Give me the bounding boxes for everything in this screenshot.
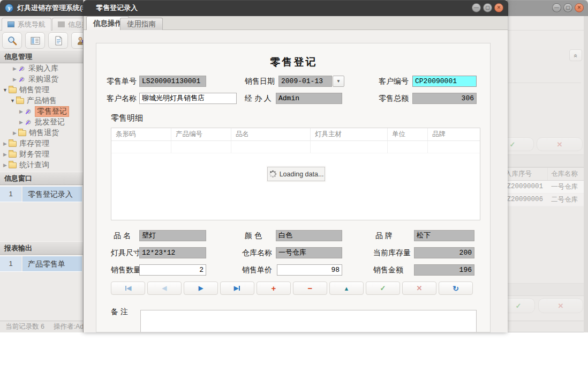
- main-maximize-button[interactable]: ▢: [563, 3, 572, 12]
- refresh-records-icon: ↻: [453, 284, 459, 293]
- divider: [507, 83, 581, 83]
- unit-price-label: 销售单价: [242, 264, 272, 276]
- collapsed-arrow-icon[interactable]: ▶: [11, 77, 18, 82]
- x-icon: ✕: [557, 140, 563, 149]
- dialog-maximize-button[interactable]: ▢: [483, 3, 492, 12]
- collapsed-arrow-icon[interactable]: ▶: [18, 120, 25, 125]
- nav-edit-button[interactable]: ▲: [329, 281, 364, 295]
- detail-view-button[interactable]: [25, 32, 45, 49]
- bg-confirm-button[interactable]: ✓: [507, 137, 534, 151]
- delete-record-icon: −: [308, 284, 313, 293]
- detail-section-label: 零售明细: [111, 113, 143, 123]
- report-row-product-retail-sheet[interactable]: 1 产品零售单: [0, 256, 82, 272]
- tree-item-inventory-management[interactable]: ▶ 库存管理: [2, 138, 49, 149]
- loading-text: Loading data...: [280, 171, 324, 178]
- folder-icon: [9, 141, 17, 147]
- remark-textarea[interactable]: [140, 310, 477, 332]
- search-button[interactable]: [2, 32, 22, 49]
- bg-confirm-button-2[interactable]: ✓: [507, 298, 535, 313]
- collapsed-arrow-icon[interactable]: ▶: [2, 141, 9, 146]
- unit-price-field[interactable]: 98: [277, 264, 342, 276]
- main-close-button[interactable]: ✕: [575, 3, 584, 12]
- column-header-product-no[interactable]: 产品编号: [171, 128, 231, 141]
- cancel-record-icon: ✕: [417, 284, 423, 292]
- bottom-band: [507, 321, 584, 332]
- document-button[interactable]: [48, 32, 68, 49]
- stock-label: 当前库存量: [373, 247, 411, 258]
- collapsed-arrow-icon[interactable]: ▶: [18, 109, 25, 114]
- tree-item-sales-return[interactable]: ▶ 销售退货: [11, 128, 59, 138]
- column-header-brand[interactable]: 品牌: [428, 128, 480, 141]
- bg-cancel-button-2[interactable]: ✕: [538, 298, 583, 313]
- loading-indicator: Loading data...: [267, 167, 325, 181]
- info-window-row-retail-entry[interactable]: 1 零售登记录入: [0, 186, 82, 202]
- tab-system-navigation[interactable]: 系统导航: [2, 18, 51, 31]
- nav-cancel-button[interactable]: ✕: [402, 281, 436, 295]
- nav-refresh-button[interactable]: ↻: [439, 281, 473, 295]
- tree-item-wholesale-register[interactable]: ▶ ⚙ 批发登记: [18, 117, 65, 128]
- dialog-close-button[interactable]: ✕: [494, 3, 503, 12]
- nav-next-button[interactable]: ▶: [184, 281, 218, 295]
- tree-item-statistics-query[interactable]: ▶ 统计查询: [2, 160, 49, 171]
- expanded-arrow-icon[interactable]: ▼: [2, 87, 9, 93]
- main-minimize-button[interactable]: —: [552, 3, 561, 12]
- empty-cell: [111, 141, 171, 153]
- sale-date-dropdown-button[interactable]: ▼: [333, 76, 344, 87]
- dialog-minimize-button[interactable]: —: [472, 3, 481, 12]
- tree-item-product-sales[interactable]: ▼ 产品销售: [9, 95, 57, 106]
- cell-warehouse: 一号仓库: [551, 181, 578, 193]
- collapsed-arrow-icon[interactable]: ▶: [2, 162, 9, 168]
- expanded-arrow-icon[interactable]: ▼: [9, 98, 16, 103]
- nav-first-button[interactable]: ◀: [111, 281, 145, 295]
- column-header-barcode[interactable]: 条形码: [111, 128, 171, 141]
- nav-last-button[interactable]: ▶: [220, 281, 254, 295]
- warehouse-label: 仓库名称: [242, 247, 272, 258]
- tree-item-purchase-in[interactable]: ▶ ⚙ 采购入库: [11, 63, 58, 74]
- chevron-down-icon: ▼: [336, 79, 341, 84]
- product-name-label: 品 名: [114, 230, 131, 241]
- tree-item-finance-management[interactable]: ▶ 财务管理: [2, 149, 49, 160]
- tab-label: 系统导航: [18, 20, 46, 29]
- cell-warehouse: 二号仓库: [551, 194, 578, 206]
- nav-post-button[interactable]: ✓: [366, 281, 400, 295]
- row-label: 产品零售单: [22, 256, 82, 271]
- tree-item-label: 财务管理: [19, 150, 49, 159]
- nav-prior-button[interactable]: ◀: [147, 281, 182, 295]
- retail-register-form: 零售登记 零售单号 LS200901130001 销售日期 2009-01-13…: [96, 43, 491, 332]
- tree-item-sales-management[interactable]: ▼ 销售管理: [2, 85, 49, 95]
- collapse-panel-button[interactable]: «: [569, 49, 582, 61]
- cell-stock-in-no: PZ20090006: [507, 194, 543, 206]
- table-row[interactable]: PZ20090006 二号仓库: [507, 194, 584, 206]
- record-navigator: ◀ ◀ ▶ ▶ + − ▲ ✓ ✕ ↻: [111, 281, 473, 295]
- table-header-row: 入库序号 仓库名称: [507, 168, 584, 181]
- window-right-edge: [584, 16, 588, 332]
- collapsed-arrow-icon[interactable]: ▶: [11, 66, 18, 71]
- dialog-body: 零售登记 零售单号 LS200901130001 销售日期 2009-01-13…: [84, 30, 508, 332]
- warehouse-field: 一号仓库: [276, 247, 342, 258]
- table-row[interactable]: PZ20090001 一号仓库: [507, 181, 584, 194]
- customer-no-field[interactable]: CP20090001: [412, 76, 477, 87]
- tree-item-label: 采购退货: [28, 75, 58, 84]
- nav-insert-button[interactable]: +: [257, 281, 291, 295]
- nav-delete-button[interactable]: −: [293, 281, 327, 295]
- column-header-unit[interactable]: 单位: [388, 128, 428, 141]
- sale-date-field[interactable]: 2009-01-13: [278, 76, 332, 87]
- collapsed-arrow-icon[interactable]: ▶: [11, 130, 18, 136]
- tree-item-retail-register[interactable]: ▶ ⚙ 零售登记: [18, 106, 69, 117]
- tree-item-label: 统计查询: [19, 160, 49, 170]
- collapsed-arrow-icon[interactable]: ▶: [2, 152, 9, 157]
- qty-field[interactable]: 2: [139, 264, 206, 276]
- dialog-title: 零售登记录入: [96, 0, 138, 16]
- qty-label: 销售数量: [111, 264, 141, 276]
- column-header-product-name[interactable]: 品名: [231, 128, 311, 141]
- customer-no-label: 客户编号: [379, 76, 409, 87]
- tree-item-purchase-return[interactable]: ▶ ⚙ 采购退货: [11, 74, 58, 85]
- customer-name-field[interactable]: 聊城光明灯具销售店: [139, 93, 237, 104]
- bg-cancel-button[interactable]: ✕: [537, 137, 583, 151]
- empty-cell: [388, 141, 428, 153]
- row-index: 1: [0, 187, 21, 202]
- tab-user-guide[interactable]: 使用指南: [120, 18, 163, 30]
- empty-cell: [428, 141, 480, 153]
- retail-total-label: 零售总额: [379, 93, 409, 104]
- column-header-material[interactable]: 灯具主材: [311, 128, 388, 141]
